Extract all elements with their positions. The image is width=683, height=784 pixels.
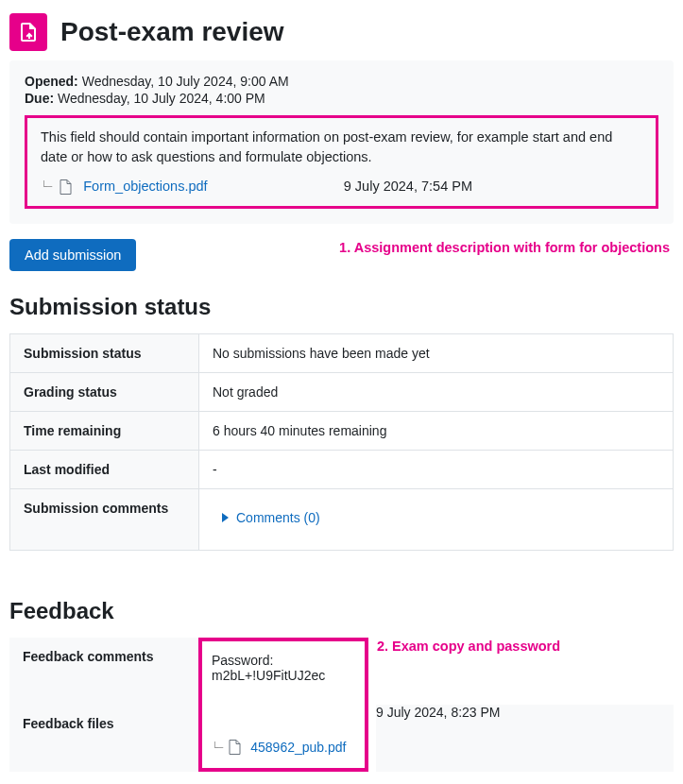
form-objections-link[interactable]: Form_objections.pdf bbox=[83, 177, 207, 196]
time-remaining-label: Time remaining bbox=[10, 412, 199, 451]
description-box: This field should contain important info… bbox=[25, 115, 658, 209]
tree-glyph-icon: └─ bbox=[212, 741, 222, 754]
description-file-date: 9 July 2024, 7:54 PM bbox=[344, 177, 642, 196]
last-modified-label: Last modified bbox=[10, 451, 199, 489]
description-text: This field should contain important info… bbox=[41, 128, 642, 167]
opened-date-line: Opened: Wednesday, 10 July 2024, 9:00 AM bbox=[25, 74, 658, 89]
opened-value: Wednesday, 10 July 2024, 9:00 AM bbox=[82, 74, 289, 89]
feedback-comments-label: Feedback comments bbox=[9, 638, 198, 705]
activity-dates-box: Opened: Wednesday, 10 July 2024, 9:00 AM… bbox=[9, 60, 674, 224]
opened-label: Opened: bbox=[25, 74, 78, 89]
submission-status-value: No submissions have been made yet bbox=[199, 334, 674, 373]
document-icon bbox=[228, 740, 241, 755]
feedback-highlight-box: Password: m2bL+!U9FitUJ2ec └─ 458962_pub… bbox=[198, 638, 368, 772]
table-row: Time remaining 6 hours 40 minutes remain… bbox=[10, 412, 674, 451]
feedback-file-date: 9 July 2024, 8:23 PM bbox=[376, 705, 674, 772]
page-header: Post-exam review bbox=[9, 13, 674, 51]
submission-status-table: Submission status No submissions have be… bbox=[9, 333, 674, 551]
grading-status-value: Not graded bbox=[199, 373, 674, 412]
annotation-1: 1. Assignment description with form for … bbox=[339, 239, 674, 257]
feedback-files-label: Feedback files bbox=[9, 705, 198, 772]
table-row: Feedback comments Password: m2bL+!U9FitU… bbox=[9, 638, 674, 705]
time-remaining-value: 6 hours 40 minutes remaining bbox=[199, 412, 674, 451]
due-date-line: Due: Wednesday, 10 July 2024, 4:00 PM bbox=[25, 91, 658, 106]
last-modified-value: - bbox=[199, 451, 674, 489]
comments-toggle[interactable]: Comments (0) bbox=[213, 501, 320, 538]
submission-comments-label: Submission comments bbox=[10, 489, 199, 551]
annotation-2: 2. Exam copy and password bbox=[376, 638, 565, 656]
submission-status-label: Submission status bbox=[10, 334, 199, 373]
comments-toggle-label: Comments (0) bbox=[236, 510, 320, 525]
action-row: Add submission 1. Assignment description… bbox=[9, 239, 674, 271]
feedback-comments-value: Password: m2bL+!U9FitUJ2ec bbox=[202, 641, 365, 721]
table-row: Grading status Not graded bbox=[10, 373, 674, 412]
feedback-heading: Feedback bbox=[9, 598, 674, 624]
assignment-icon bbox=[9, 13, 47, 51]
grading-status-label: Grading status bbox=[10, 373, 199, 412]
table-row: Submission status No submissions have be… bbox=[10, 334, 674, 373]
table-row: Last modified - bbox=[10, 451, 674, 489]
page-title: Post-exam review bbox=[60, 17, 284, 47]
table-row: Submission comments Comments (0) bbox=[10, 489, 674, 551]
feedback-table: Feedback comments Password: m2bL+!U9FitU… bbox=[9, 638, 674, 772]
description-file-row: └─ Form_objections.pdf 9 July 2024, 7:54… bbox=[41, 177, 642, 196]
submission-status-heading: Submission status bbox=[9, 294, 674, 320]
add-submission-button[interactable]: Add submission bbox=[9, 239, 136, 271]
due-label: Due: bbox=[25, 91, 54, 106]
document-icon bbox=[59, 179, 72, 195]
caret-right-icon bbox=[222, 513, 229, 522]
tree-glyph-icon: └─ bbox=[41, 179, 51, 195]
feedback-file-link[interactable]: 458962_pub.pdf bbox=[250, 740, 346, 755]
feedback-file-row: └─ 458962_pub.pdf bbox=[202, 721, 365, 768]
due-value: Wednesday, 10 July 2024, 4:00 PM bbox=[58, 91, 265, 106]
